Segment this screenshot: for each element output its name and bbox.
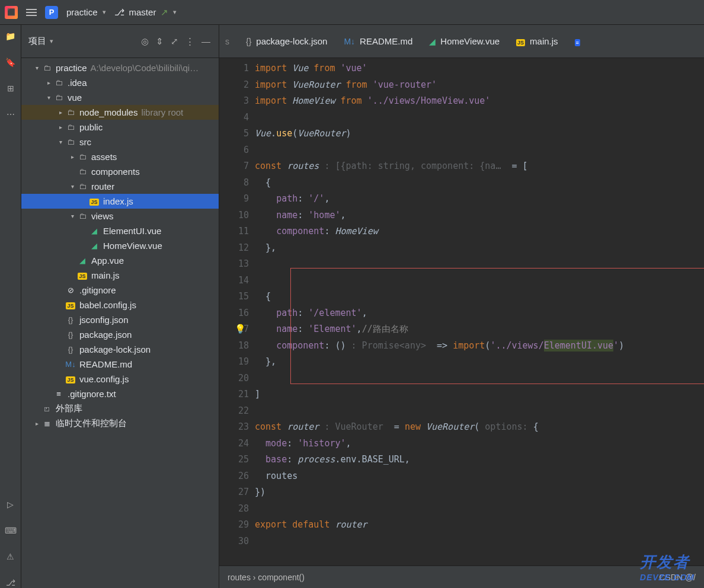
project-sidebar: 项目▾ ◎ ⇕ ⤢ ⋮ — ▾🗀practiceA:\develop\Code\… bbox=[21, 25, 219, 588]
scroll-tabs-left-icon[interactable]: s bbox=[225, 37, 229, 46]
ide-logo-icon: ⬛ bbox=[5, 6, 18, 19]
file-main-js[interactable]: JSmain.js bbox=[21, 268, 219, 283]
file-index-js[interactable]: JSindex.js bbox=[21, 194, 219, 209]
run-tool-icon[interactable]: ▷ bbox=[5, 499, 16, 510]
project-root[interactable]: ▾🗀practiceA:\develop\Code\bilibili\qi… bbox=[21, 60, 219, 75]
git-branch-icon: ⎇ bbox=[114, 7, 124, 18]
project-selector[interactable]: practice▾ bbox=[66, 7, 106, 17]
main-menu-icon[interactable] bbox=[26, 9, 37, 16]
more-tool-icon[interactable]: ⋯ bbox=[5, 109, 16, 120]
folder-public[interactable]: ▸🗀public bbox=[21, 120, 219, 135]
chevron-down-icon[interactable]: ▾ bbox=[50, 37, 53, 45]
folder-vue[interactable]: ▾🗀vue bbox=[21, 90, 219, 105]
expand-all-icon[interactable]: ⇕ bbox=[155, 35, 165, 48]
file-gitignore-txt[interactable]: ≡.gitignore.txt bbox=[21, 386, 219, 401]
tab-readme[interactable]: M↓README.md bbox=[344, 36, 412, 46]
file-homeview-vue[interactable]: ◢HomeView.vue bbox=[21, 238, 219, 253]
file-elementui-vue[interactable]: ◢ElementUI.vue bbox=[21, 223, 219, 238]
titlebar: ⬛ P practice▾ ⎇ master ↗ ▾ bbox=[0, 0, 704, 25]
file-readme[interactable]: M↓README.md bbox=[21, 357, 219, 372]
bookmark-tool-icon[interactable]: 🔖 bbox=[5, 57, 16, 68]
code-editor[interactable]: import Vue from 'vue'import VueRouter fr… bbox=[255, 58, 704, 565]
settings-icon[interactable]: ⋮ bbox=[184, 35, 196, 48]
chevron-down-icon: ▾ bbox=[103, 8, 106, 16]
folder-idea[interactable]: ▸🗀.idea bbox=[21, 75, 219, 90]
tab-css[interactable]: ≡ bbox=[575, 37, 585, 46]
project-badge[interactable]: P bbox=[45, 6, 58, 19]
select-opened-icon[interactable]: ◎ bbox=[140, 35, 150, 48]
branch-selector[interactable]: ⎇ master ↗ ▾ bbox=[114, 7, 177, 18]
intention-bulb-icon[interactable]: 💡 bbox=[235, 321, 246, 338]
file-gitignore[interactable]: ⊘.gitignore bbox=[21, 283, 219, 298]
file-package[interactable]: {}package.json bbox=[21, 327, 219, 342]
tab-homeview[interactable]: ◢HomeView.vue bbox=[429, 36, 500, 46]
folder-components[interactable]: 🗀components bbox=[21, 164, 219, 179]
hide-icon[interactable]: — bbox=[200, 35, 212, 47]
gutter[interactable]: 1234567891011121314151617181920212223242… bbox=[219, 58, 255, 565]
file-vueconfig[interactable]: JSvue.config.js bbox=[21, 372, 219, 386]
scratches[interactable]: ▸≣临时文件和控制台 bbox=[21, 416, 219, 431]
project-tree[interactable]: ▾🗀practiceA:\develop\Code\bilibili\qi…▸🗀… bbox=[21, 58, 219, 588]
collapse-all-icon[interactable]: ⤢ bbox=[169, 35, 180, 48]
sidebar-header: 项目▾ ◎ ⇕ ⤢ ⋮ — bbox=[21, 25, 219, 58]
problems-tool-icon[interactable]: ⚠ bbox=[5, 551, 16, 562]
file-package-lock[interactable]: {}package-lock.json bbox=[21, 342, 219, 357]
file-app-vue[interactable]: ◢App.vue bbox=[21, 253, 219, 268]
folder-assets[interactable]: ▸🗀assets bbox=[21, 149, 219, 164]
statusbar: routes › component() CSDN @/ bbox=[219, 565, 704, 588]
left-toolbar: 📁 🔖 ⊞ ⋯ ▷ ⌨ ⚠ ⎇ bbox=[0, 25, 21, 588]
folder-views[interactable]: ▾🗀views bbox=[21, 209, 219, 223]
breadcrumb[interactable]: routes › component() bbox=[228, 573, 305, 582]
tab-main[interactable]: JSmain.js bbox=[516, 36, 558, 46]
terminal-tool-icon[interactable]: ⌨ bbox=[5, 525, 16, 536]
watermark: 开发者 DEVZE.COM bbox=[640, 552, 695, 582]
editor-area: s {}package-lock.jsonM↓README.md◢HomeVie… bbox=[219, 25, 704, 588]
structure-tool-icon[interactable]: ⊞ bbox=[5, 83, 16, 94]
folder-node-modules[interactable]: ▸🗀node_moduleslibrary root bbox=[21, 105, 219, 120]
sidebar-title: 项目 bbox=[28, 36, 46, 47]
folder-router[interactable]: ▾🗀router bbox=[21, 179, 219, 194]
chevron-down-icon: ▾ bbox=[173, 8, 177, 16]
editor-tabs: s {}package-lock.jsonM↓README.md◢HomeVie… bbox=[219, 25, 704, 58]
file-babel[interactable]: JSbabel.config.js bbox=[21, 298, 219, 312]
project-tool-icon[interactable]: 📁 bbox=[5, 31, 16, 41]
tab-package-lock[interactable]: {}package-lock.json bbox=[246, 36, 327, 46]
external-libs[interactable]: ⏍外部库 bbox=[21, 401, 219, 416]
git-tool-icon[interactable]: ⎇ bbox=[5, 577, 16, 588]
folder-src[interactable]: ▾🗀src bbox=[21, 135, 219, 149]
file-jsconfig[interactable]: {}jsconfig.json bbox=[21, 312, 219, 327]
